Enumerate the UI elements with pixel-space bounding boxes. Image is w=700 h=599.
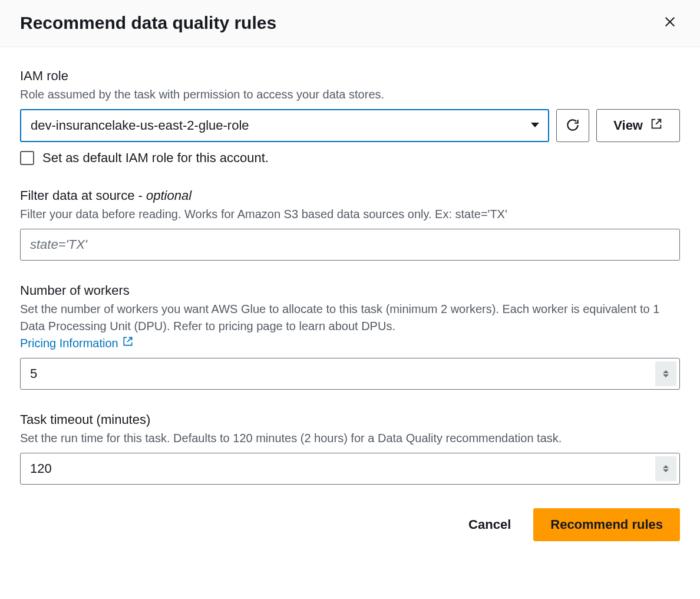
view-button[interactable]: View bbox=[596, 109, 680, 142]
timeout-stepper[interactable] bbox=[655, 456, 676, 481]
workers-stepper[interactable] bbox=[655, 361, 676, 386]
iam-role-row: dev-insurancelake-us-east-2-glue-role Vi… bbox=[20, 109, 680, 142]
filter-help: Filter your data before reading. Works f… bbox=[20, 206, 680, 223]
iam-role-label: IAM role bbox=[20, 68, 680, 84]
dialog-header: Recommend data quality rules bbox=[0, 0, 700, 47]
workers-label: Number of workers bbox=[20, 283, 680, 298]
iam-role-help: Role assumed by the task with permission… bbox=[20, 86, 680, 103]
filter-label-optional: optional bbox=[146, 188, 191, 203]
dialog-title: Recommend data quality rules bbox=[20, 13, 276, 33]
close-icon bbox=[663, 15, 676, 30]
svg-line-2 bbox=[656, 120, 661, 124]
close-button[interactable] bbox=[660, 12, 680, 34]
recommend-rules-dialog: Recommend data quality rules IAM role Ro… bbox=[0, 0, 700, 559]
timeout-field: Task timeout (minutes) Set the run time … bbox=[20, 412, 680, 485]
filter-label: Filter data at source - optional bbox=[20, 188, 680, 203]
workers-help-text: Set the number of workers you want AWS G… bbox=[20, 302, 659, 333]
iam-role-field: IAM role Role assumed by the task with p… bbox=[20, 68, 680, 166]
workers-input[interactable] bbox=[20, 358, 680, 390]
refresh-icon bbox=[565, 117, 580, 134]
external-link-icon bbox=[650, 117, 663, 134]
iam-role-select-wrapper: dev-insurancelake-us-east-2-glue-role bbox=[20, 109, 549, 142]
workers-field: Number of workers Set the number of work… bbox=[20, 283, 680, 390]
refresh-button[interactable] bbox=[556, 109, 589, 142]
external-link-icon bbox=[122, 335, 134, 352]
view-button-label: View bbox=[613, 118, 643, 133]
timeout-help: Set the run time for this task. Defaults… bbox=[20, 430, 680, 447]
svg-line-3 bbox=[127, 337, 132, 342]
iam-role-value: dev-insurancelake-us-east-2-glue-role bbox=[31, 118, 249, 133]
timeout-label: Task timeout (minutes) bbox=[20, 412, 680, 427]
dialog-footer: Cancel Recommend rules bbox=[0, 505, 700, 559]
iam-role-select[interactable]: dev-insurancelake-us-east-2-glue-role bbox=[20, 109, 549, 142]
filter-field: Filter data at source - optional Filter … bbox=[20, 188, 680, 261]
default-role-checkbox[interactable] bbox=[20, 151, 34, 165]
workers-input-wrapper bbox=[20, 358, 680, 390]
default-role-checkbox-row: Set as default IAM role for this account… bbox=[20, 150, 680, 166]
cancel-button[interactable]: Cancel bbox=[458, 510, 521, 539]
filter-input[interactable] bbox=[20, 229, 680, 261]
timeout-input[interactable] bbox=[20, 453, 680, 485]
pricing-link-text: Pricing Information bbox=[20, 335, 118, 352]
default-role-checkbox-label: Set as default IAM role for this account… bbox=[42, 150, 269, 166]
timeout-input-wrapper bbox=[20, 453, 680, 485]
dialog-body: IAM role Role assumed by the task with p… bbox=[0, 47, 700, 505]
pricing-link[interactable]: Pricing Information bbox=[20, 335, 134, 352]
workers-help: Set the number of workers you want AWS G… bbox=[20, 301, 680, 352]
recommend-rules-button[interactable]: Recommend rules bbox=[533, 508, 680, 541]
filter-label-main: Filter data at source - bbox=[20, 188, 146, 203]
